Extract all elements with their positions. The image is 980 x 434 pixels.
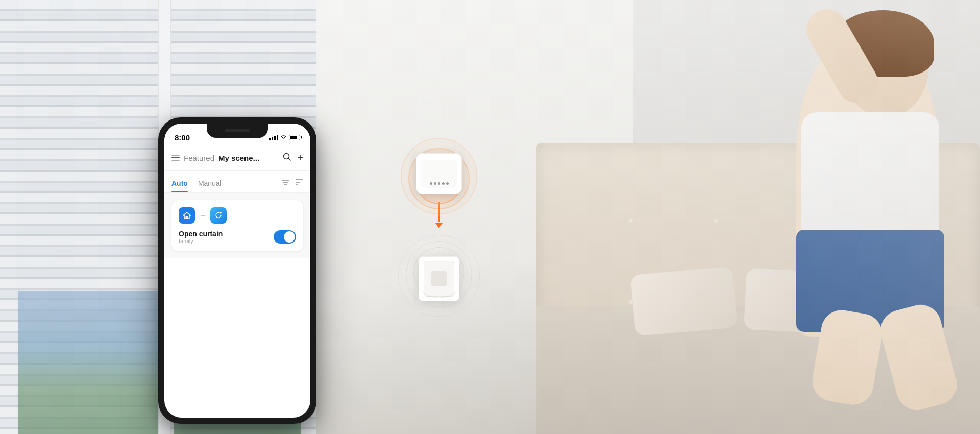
arrow-connector xyxy=(435,202,443,228)
main-scene: 8:00 xyxy=(0,0,980,434)
svg-rect-1 xyxy=(172,157,180,158)
scene-card-info: Open curtain family xyxy=(179,230,296,244)
tab-manual[interactable]: Manual xyxy=(198,179,222,192)
hub-dot-5 xyxy=(446,182,449,185)
toggle-switch[interactable] xyxy=(274,230,296,244)
phone-speaker xyxy=(225,129,250,132)
scene-info-text: Open curtain family xyxy=(179,230,223,244)
battery-icon xyxy=(289,135,300,140)
person-area xyxy=(623,0,980,434)
scene-name: Open curtain xyxy=(179,230,223,238)
person-leg-left xyxy=(876,300,962,415)
svg-rect-11 xyxy=(186,216,188,219)
person-shirt xyxy=(801,112,939,240)
hub-dot-2 xyxy=(434,182,436,185)
battery-fill xyxy=(290,136,297,139)
phone-mockup: 8:00 xyxy=(158,117,316,424)
signal-bar-4 xyxy=(277,135,278,140)
search-icon[interactable] xyxy=(283,153,291,163)
svg-rect-2 xyxy=(172,160,180,161)
svg-line-4 xyxy=(288,158,290,160)
hub-dot-3 xyxy=(438,182,440,185)
scene-sub: family xyxy=(179,238,223,244)
signal-bar-3 xyxy=(274,136,276,140)
window-view-left xyxy=(18,291,158,434)
app-header: Featured My scene... + xyxy=(164,146,310,171)
app-title: My scene... xyxy=(218,154,279,162)
signal-bar-1 xyxy=(269,138,271,140)
scene-card-header: → xyxy=(179,207,296,224)
header-actions: + xyxy=(283,152,303,164)
status-icons xyxy=(269,134,300,140)
iot-visualization xyxy=(388,153,490,306)
featured-label: Featured xyxy=(184,154,214,162)
arrow-shaft xyxy=(438,202,440,222)
tab-filter-area xyxy=(282,179,303,192)
status-time: 8:00 xyxy=(175,133,190,142)
scene-card: → Open curtain xyxy=(172,200,303,251)
sort-icon[interactable] xyxy=(295,179,303,187)
phone-frame: 8:00 xyxy=(158,117,316,424)
switch-ripple-inner xyxy=(413,247,464,298)
add-icon[interactable]: + xyxy=(297,152,303,164)
signal-icon xyxy=(269,135,278,140)
hub-device xyxy=(416,153,462,194)
hub-dot-1 xyxy=(430,182,432,185)
scene-home-icon xyxy=(179,207,195,224)
menu-icon xyxy=(172,154,180,163)
app-content: → Open curtain xyxy=(164,193,310,258)
hub-device-inner xyxy=(421,160,457,188)
phone-notch xyxy=(207,124,268,138)
hub-dot-4 xyxy=(442,182,445,185)
wifi-icon xyxy=(280,134,287,140)
toggle-knob xyxy=(284,231,295,243)
signal-bar-2 xyxy=(272,137,273,140)
arrow-head xyxy=(435,223,443,228)
app-tabs: Auto Manual xyxy=(164,171,310,193)
filter-icon[interactable] xyxy=(282,179,290,187)
svg-rect-0 xyxy=(172,155,180,156)
scene-action-icon xyxy=(210,207,227,224)
scene-arrow: → xyxy=(199,211,206,220)
phone-screen: 8:00 xyxy=(164,124,310,418)
tab-auto[interactable]: Auto xyxy=(172,179,188,192)
